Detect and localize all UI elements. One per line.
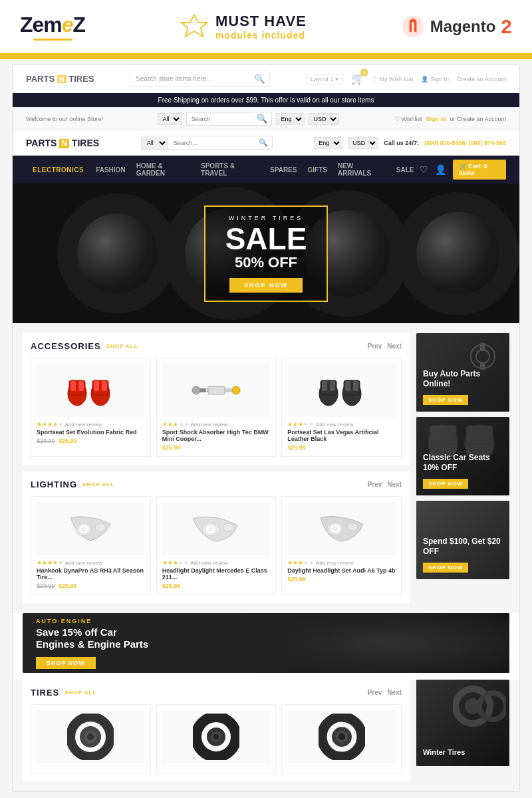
- svg-rect-5: [78, 381, 84, 391]
- product-new-price-3: $25.99: [287, 444, 306, 451]
- nav-electronics[interactable]: Electronics: [26, 160, 90, 180]
- wishlist-icon-nav[interactable]: ♡: [420, 164, 428, 175]
- nav-new-arrivals[interactable]: New Arrivals: [332, 156, 391, 184]
- accessories-next-btn[interactable]: Next: [387, 342, 402, 350]
- tires-product-grid: [31, 704, 402, 773]
- nav2-search-btn[interactable]: 🔍: [253, 112, 271, 125]
- tires-prev-btn[interactable]: Prev: [368, 689, 382, 696]
- svg-point-30: [223, 523, 233, 531]
- main-category-select[interactable]: All: [142, 137, 168, 149]
- engine-banner: AUTO ENGINE Save 15% off Car Engines & E…: [23, 613, 509, 673]
- call-us-label: Call us 24/7:: [384, 140, 419, 146]
- sidebar-card-2-btn[interactable]: SHOP NOW: [423, 479, 468, 489]
- svg-point-36: [476, 350, 489, 363]
- accessories-shop-all[interactable]: SHOP ALL: [106, 343, 138, 349]
- lang-select[interactable]: Eng: [276, 113, 305, 125]
- product-new-price-2: $25.99: [162, 444, 181, 451]
- nav-sale[interactable]: Sale: [391, 160, 420, 180]
- engine-parts-icon: [463, 340, 503, 373]
- svg-point-25: [81, 527, 86, 532]
- accessories-title: ACCESSORIES: [31, 341, 101, 351]
- product-price-3: $25.99: [287, 444, 396, 451]
- signin-link-bg[interactable]: 👤 Sign In: [421, 76, 449, 82]
- svg-point-54: [338, 733, 345, 740]
- stars-3: ★★★★★ Add new review: [287, 421, 396, 428]
- cart-btn-nav[interactable]: 🛒 Cart: 0 items: [453, 160, 506, 180]
- lighting-section: LIGHTING SHOP ALL Prev Next: [23, 471, 410, 603]
- nav-home-garden[interactable]: Home & Garden: [131, 156, 196, 184]
- create-account-bg[interactable]: Create an Account: [457, 76, 506, 82]
- svg-point-12: [192, 386, 200, 394]
- store-search-bg[interactable]: [130, 72, 250, 85]
- lighting-product-grid: ★★★★★ Add new review Hankook DynaPro AS …: [31, 496, 402, 595]
- svg-rect-4: [70, 381, 76, 391]
- headlight-img-2: [190, 511, 243, 547]
- svg-point-13: [232, 386, 240, 394]
- accessories-prev-btn[interactable]: Prev: [368, 342, 382, 350]
- lighting-product-3: ★★★★★ Add new review Daylight Headlight …: [281, 496, 402, 595]
- accessories-product-grid: ★★★★★ Add new review Sportseat Set Evolu…: [31, 358, 402, 457]
- lighting-new-price-2: $25.99: [162, 583, 181, 589]
- category-select[interactable]: All: [158, 113, 182, 125]
- nav-fashion[interactable]: Fashion: [90, 160, 130, 180]
- main-search-input[interactable]: [168, 138, 255, 148]
- top-bar: ZemeZ MUST HAVE modules included Magento…: [0, 0, 532, 55]
- product-old-price-1: $29.99: [37, 438, 55, 444]
- engine-banner-content: AUTO ENGINE Save 15% off Car Engines & E…: [36, 618, 148, 669]
- must-have-badge: MUST HAVE modules included: [180, 12, 307, 41]
- wishlist-link-bg[interactable]: ♡ My Wish List: [372, 76, 414, 82]
- sidebar-card-3-title: Spend $100, Get $20 OFF: [423, 537, 503, 556]
- create-account2[interactable]: or Create an Account: [450, 116, 506, 122]
- tires-next-btn[interactable]: Next: [387, 689, 402, 696]
- lighting-shop-all[interactable]: SHOP ALL: [82, 481, 114, 487]
- lighting-product-2: ★★★★★ Add new review Headlight Daylight …: [156, 496, 277, 595]
- tire-product-1: [31, 704, 151, 773]
- store-search-btn-bg[interactable]: 🔍: [250, 71, 269, 86]
- sidebar-card-1-btn[interactable]: SHOP NOW: [423, 395, 468, 405]
- main-search-btn[interactable]: 🔍: [255, 136, 272, 149]
- lighting-name-1: Hankook DynaPro AS RH3 All Season Tire..…: [37, 567, 145, 581]
- svg-point-46: [87, 733, 94, 740]
- tires-shop-all[interactable]: SHOP ALL: [65, 690, 96, 696]
- account-icon-nav[interactable]: 👤: [435, 164, 446, 175]
- sidebar-card-1: Buy Auto Parts Online! SHOP NOW: [416, 333, 509, 412]
- sidebar-card-1-title: Buy Auto Parts Online!: [423, 369, 503, 388]
- nav-gifts[interactable]: Gifts: [302, 160, 332, 180]
- hero-shop-now-btn[interactable]: SHOP NOW: [229, 278, 303, 293]
- sidebar-card-2-title: Classic Car Seats 10% OFF: [423, 453, 503, 472]
- svg-point-29: [208, 527, 213, 532]
- lighting-header: LIGHTING SHOP ALL Prev Next: [31, 479, 402, 489]
- main-currency-select[interactable]: USD: [348, 137, 378, 149]
- must-have-title: MUST HAVE: [215, 13, 307, 30]
- svg-rect-8: [94, 381, 99, 391]
- layout-btn-bg[interactable]: Layout 1 ▾: [306, 74, 343, 84]
- sidebar-card-3-btn[interactable]: SHOP NOW: [423, 563, 468, 573]
- svg-rect-21: [345, 381, 350, 391]
- hero-subtitle: Winter Tires: [225, 215, 307, 221]
- winter-tires-card-title: Winter Tires: [423, 748, 503, 757]
- lighting-next-btn[interactable]: Next: [387, 481, 402, 488]
- product-card-3: ★★★★★ Add new review Portseat Set Las Ve…: [281, 358, 402, 457]
- tires-sidebar: Winter Tires: [416, 680, 509, 781]
- engine-banner-btn[interactable]: SHOP NOW: [36, 657, 96, 669]
- svg-rect-22: [353, 381, 358, 391]
- svg-rect-37: [480, 343, 485, 351]
- currency-select[interactable]: USD: [309, 113, 339, 125]
- nav2-search-input[interactable]: [187, 114, 253, 124]
- svg-rect-18: [330, 381, 335, 391]
- sidebar-card-3: Spend $100, Get $20 OFF SHOP NOW: [416, 501, 509, 579]
- nav-sports[interactable]: Sports & Travel: [196, 156, 265, 184]
- car-seat-bg-icon: [420, 420, 506, 457]
- winter-tires-card: Winter Tires: [416, 680, 509, 766]
- main-lang-select[interactable]: Eng: [314, 137, 342, 149]
- product-new-price-1: $25.99: [59, 438, 77, 444]
- call-number: (800) 800-5368, (000) 874-568: [424, 140, 506, 146]
- signin-link2[interactable]: Sign In: [426, 116, 446, 122]
- welcome-text: Welcome to our online Store!: [26, 116, 103, 122]
- nav-spares[interactable]: Spares: [265, 160, 302, 180]
- svg-rect-14: [208, 386, 225, 394]
- lighting-prev-btn[interactable]: Prev: [368, 481, 382, 488]
- engine-title-2: Engines & Engine Parts: [36, 638, 148, 650]
- accessories-section: ACCESSORIES SHOP ALL Prev Next: [23, 333, 410, 465]
- wishlist-link2[interactable]: ♡ Wishlist: [394, 116, 422, 122]
